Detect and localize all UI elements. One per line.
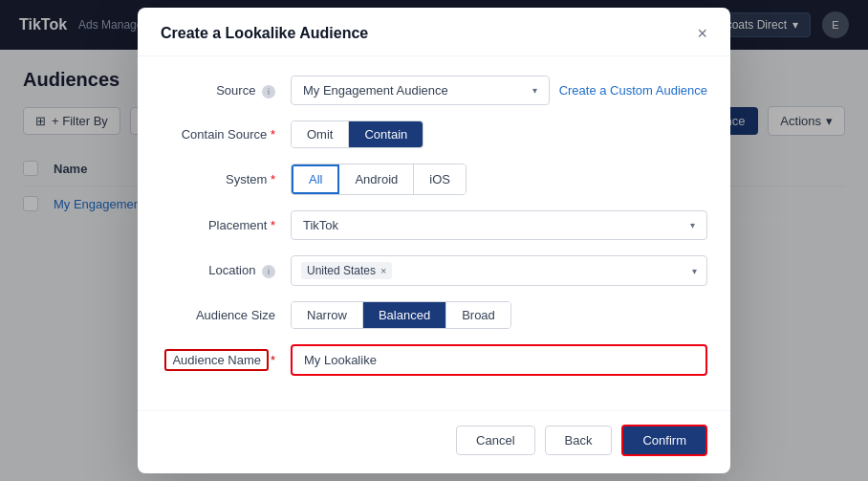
- placement-chevron: ▾: [690, 220, 695, 230]
- contain-source-control: Omit Contain: [291, 120, 707, 148]
- contain-button[interactable]: Contain: [349, 121, 423, 147]
- modal-body: Source i My Engagement Audience ▾ Create…: [138, 56, 730, 410]
- modal-header: Create a Lookalike Audience ×: [138, 8, 730, 56]
- audience-size-row: Audience Size Narrow Balanced Broad: [161, 301, 707, 329]
- audience-name-input[interactable]: [291, 344, 707, 376]
- placement-label: Placement *: [161, 218, 275, 232]
- broad-button[interactable]: Broad: [446, 302, 510, 328]
- modal-close-button[interactable]: ×: [697, 25, 707, 42]
- location-tag: United States ×: [301, 262, 392, 279]
- placement-value: TikTok: [303, 218, 338, 232]
- system-toggle: All Android iOS: [291, 164, 467, 195]
- audience-size-label: Audience Size: [161, 308, 275, 322]
- location-label: Location i: [161, 263, 275, 278]
- system-label: System *: [161, 172, 275, 186]
- balanced-button[interactable]: Balanced: [363, 302, 446, 328]
- source-value: My Engagement Audience: [303, 83, 448, 98]
- location-info-icon[interactable]: i: [262, 265, 275, 278]
- placement-control: TikTok ▾: [291, 210, 707, 240]
- back-button[interactable]: Back: [545, 426, 613, 455]
- modal-overlay: Create a Lookalike Audience × Source i M…: [0, 0, 868, 481]
- source-row: Source i My Engagement Audience ▾ Create…: [161, 76, 707, 105]
- audience-name-control: [291, 344, 707, 376]
- location-row: Location i United States × ▾: [161, 255, 707, 286]
- source-info-icon[interactable]: i: [262, 85, 275, 98]
- placement-select[interactable]: TikTok ▾: [291, 210, 707, 240]
- all-button[interactable]: All: [292, 164, 339, 194]
- source-select[interactable]: My Engagement Audience ▾: [291, 76, 550, 105]
- location-select[interactable]: United States × ▾: [291, 255, 707, 286]
- modal-footer: Cancel Back Confirm: [138, 410, 730, 473]
- location-control: United States × ▾: [291, 255, 707, 286]
- modal-title: Create a Lookalike Audience: [161, 25, 368, 42]
- source-label: Source i: [161, 83, 275, 98]
- placement-row: Placement * TikTok ▾: [161, 210, 707, 240]
- audience-name-label-box: Audience Name: [164, 349, 269, 371]
- contain-source-toggle: Omit Contain: [291, 120, 423, 148]
- ios-button[interactable]: iOS: [414, 164, 466, 194]
- android-button[interactable]: Android: [339, 164, 414, 194]
- contain-source-row: Contain Source * Omit Contain: [161, 120, 707, 148]
- location-remove-button[interactable]: ×: [380, 265, 386, 276]
- cancel-button[interactable]: Cancel: [456, 426, 534, 455]
- omit-button[interactable]: Omit: [292, 121, 349, 147]
- source-chevron: ▾: [532, 85, 537, 96]
- system-control: All Android iOS: [291, 164, 707, 195]
- location-tag-text: United States: [307, 264, 376, 277]
- create-lookalike-modal: Create a Lookalike Audience × Source i M…: [138, 8, 730, 473]
- audience-size-control: Narrow Balanced Broad: [291, 301, 707, 329]
- audience-name-label-wrap: Audience Name *: [161, 349, 275, 371]
- contain-source-label: Contain Source *: [161, 127, 275, 142]
- confirm-button[interactable]: Confirm: [621, 425, 707, 456]
- create-custom-audience-link[interactable]: Create a Custom Audience: [559, 83, 707, 98]
- source-control: My Engagement Audience ▾ Create a Custom…: [291, 76, 707, 105]
- audience-size-toggle: Narrow Balanced Broad: [291, 301, 511, 329]
- narrow-button[interactable]: Narrow: [292, 302, 363, 328]
- audience-name-row: Audience Name *: [161, 344, 707, 376]
- location-chevron: ▾: [692, 266, 697, 276]
- system-row: System * All Android iOS: [161, 164, 707, 195]
